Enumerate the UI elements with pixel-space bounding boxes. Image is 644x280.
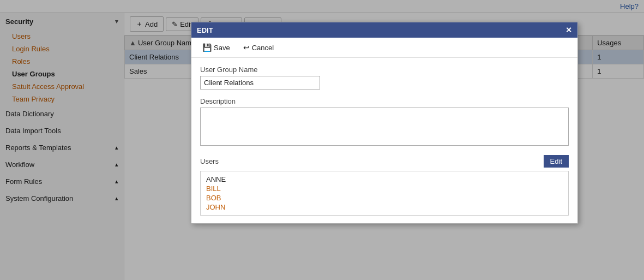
modal-header: EDIT ✕ (191, 22, 577, 38)
modal-body: User Group Name Description Users Edit A… (191, 58, 577, 223)
description-textarea[interactable] (200, 108, 569, 146)
users-label-row: Users Edit (200, 155, 569, 168)
description-label: Description (200, 97, 569, 105)
user-entry: ANNE (206, 175, 563, 184)
edit-users-button[interactable]: Edit (544, 155, 569, 168)
users-label: Users (200, 157, 219, 165)
user-entry: BOB (206, 193, 563, 202)
modal-cancel-button[interactable]: ↩ Cancel (238, 41, 279, 54)
user-group-name-field: User Group Name (200, 65, 569, 90)
modal-title: EDIT (197, 26, 213, 34)
save-icon: 💾 (202, 43, 212, 52)
users-list: ANNEBILLBOBJOHN (200, 171, 569, 216)
user-group-name-label: User Group Name (200, 65, 569, 74)
user-group-name-input[interactable] (200, 76, 320, 90)
modal-close-button[interactable]: ✕ (565, 26, 572, 34)
users-section: Users Edit ANNEBILLBOBJOHN (200, 155, 569, 216)
modal-toolbar: 💾 Save ↩ Cancel (191, 38, 577, 58)
modal-save-button[interactable]: 💾 Save (197, 41, 236, 54)
modal-overlay: EDIT ✕ 💾 Save ↩ Cancel User Group Name D… (0, 0, 644, 280)
cancel-icon: ↩ (243, 43, 250, 52)
user-entry: JOHN (206, 202, 563, 212)
user-entry: BILL (206, 184, 563, 193)
description-field: Description (200, 97, 569, 147)
edit-modal: EDIT ✕ 💾 Save ↩ Cancel User Group Name D… (191, 22, 578, 224)
